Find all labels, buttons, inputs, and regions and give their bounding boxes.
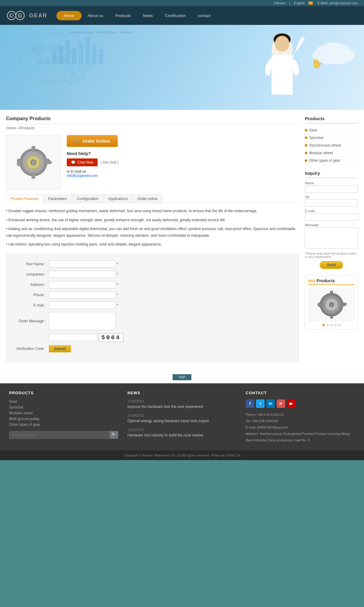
tab-product-features[interactable]: Product Features [6,195,43,203]
send-button[interactable]: Send [320,261,343,269]
submit-button[interactable]: Submit [49,345,71,352]
live-chat-text: ( live chat ) [101,160,119,164]
svg-point-13 [70,70,76,76]
lang-chinese[interactable]: Chinese [273,1,285,5]
footer-link-sprocket[interactable]: Sprocket [9,405,118,409]
nav-news[interactable]: News [137,11,159,20]
form-address-label: Address : [12,283,49,287]
inquiry-message-textarea[interactable] [305,227,358,249]
svg-point-35 [32,161,35,164]
breadcrumb: Home ->Products [6,126,299,130]
lang-english[interactable]: English [294,1,305,5]
sidebar-item-other[interactable]: Other types of gear [305,157,358,164]
news-text-3[interactable]: Hardware tool industry to build the rura… [127,432,237,438]
inquiry-note: *Please write down the product model or … [305,252,358,259]
tab-order-online[interactable]: Order online [133,195,162,203]
bullet-icon [305,152,307,154]
contact-info: Phone: +86-578-2191111 Tel: +86-578-2193… [246,412,355,443]
section-title: Company Products [6,116,299,124]
form-captcha-input[interactable] [49,334,97,341]
nav-contact[interactable]: contact [192,11,217,20]
top-bar: Chinese|English E-MAIL:info@zzpioner.com [0,0,364,6]
search-input[interactable] [9,431,110,439]
hot-dot-4[interactable] [334,324,337,326]
svg-point-21 [320,42,347,56]
sidebar-products-list: Gear Sprocket Synchronous wheel Modular … [305,127,358,164]
svg-rect-24 [32,175,35,179]
contact-tel: Tel: +86-578-2193333 [246,418,355,424]
form-address-input[interactable] [49,281,116,288]
hot-gear-svg [315,290,348,320]
feature-2: • Enhanced working device, the use of hi… [6,217,299,224]
footer-link-gear[interactable]: Gear [9,399,118,404]
news-date-2: 11/30/2013 [127,414,237,417]
form-companies-input[interactable] [49,271,116,278]
form-phone-input[interactable] [49,291,116,299]
nav-certification[interactable]: Certification [159,11,192,20]
feature-1: • Durable rugged chassis, reinforced gui… [6,208,299,215]
email-icon [308,2,313,5]
tab-parameters[interactable]: Parameters [44,195,72,203]
svg-text:D: D [18,14,21,18]
news-item-1: 11/30/2013 Improve the hardware lock the… [127,399,237,409]
svg-rect-38 [330,316,333,319]
nav-home[interactable]: Home [56,11,82,20]
linkedin-icon[interactable]: in [266,399,275,408]
logo-gears: Z D [6,9,27,22]
bullet-icon [305,129,307,131]
friendfeed-icon[interactable]: fr [277,399,285,408]
social-icons: f t in fr ▶ [246,399,355,408]
search-button[interactable]: 🔍 [110,431,118,439]
svg-rect-17 [271,55,293,95]
email-info: or E-mail us info@zzpioner.com [67,169,299,178]
bullet-icon [305,137,307,139]
nav-about[interactable]: About us [82,11,109,20]
news-text-2[interactable]: Optimal energy saving hardware hand tool… [127,418,237,424]
chat-row: 💬 Chat Now ( live chat ) [67,158,299,166]
footer-link-other[interactable]: Other types of gear [9,422,118,427]
hero-banner: GAP INNOVATION DATA CONTROL ENHANCE [0,25,364,110]
footer-link-modular[interactable]: Modular wheel [9,411,118,415]
inquiry-name-input[interactable] [305,185,358,193]
form-name-input[interactable] [49,260,116,268]
news-text-1[interactable]: Improve the hardware lock the user exper… [127,404,237,409]
footer-link-multi-groove[interactable]: Multi groove pulley [9,417,118,421]
sidebar-item-gear[interactable]: Gear [305,127,358,134]
back-to-top-button[interactable]: TOP [173,374,191,380]
youtube-icon[interactable]: ▶ [287,399,295,408]
feature-4: • cab interior, operating box using inje… [6,241,299,248]
contact-email-link[interactable]: info@zzpioner.com [67,174,98,178]
footer: PRODUCTS Gear Sprocket Modular wheel Mul… [0,383,364,450]
inquiry-tel-label: Tel: [305,195,358,199]
hot-dot-5[interactable] [338,324,341,326]
main-nav: Home About us Products News Certificatio… [56,11,358,20]
nav-products[interactable]: Products [109,11,137,20]
sidebar-item-synchronous[interactable]: Synchronous wheel [305,142,358,149]
inquiry-email-input[interactable] [305,213,358,221]
form-address-required: * [117,283,118,287]
main-wrapper: Company Products Home ->Products [0,110,364,371]
form-message-textarea[interactable] [49,312,116,330]
order-online-button[interactable]: 🛒 Order Online [67,135,118,147]
hot-products-section: Hot Products [305,275,358,330]
feature-3: • heating and air conditioning dual adju… [6,226,299,239]
sidebar-item-modular[interactable]: Modular wheel [305,149,358,157]
hot-dot-2[interactable] [326,324,329,326]
chat-now-button[interactable]: 💬 Chat Now [67,158,98,166]
form-email-input[interactable] [49,302,116,309]
inquiry-message-field: Message: [305,223,358,249]
form-row-companies: companies : * [12,271,292,278]
cart-icon: 🛒 [74,138,80,144]
twitter-icon[interactable]: t [256,399,265,408]
hot-dot-3[interactable] [330,324,333,326]
email-address: E-MAIL:info@zzpioner.com [318,1,358,5]
form-name-label: Your Name : [12,262,49,266]
facebook-icon[interactable]: f [246,399,254,408]
product-top: 🛒 Order Online Need hlelp? 💬 Chat Now ( … [6,135,299,190]
sidebar-item-sprocket[interactable]: Sprocket [305,134,358,142]
inquiry-tel-input[interactable] [305,199,358,207]
tab-applications[interactable]: Applications [103,195,132,203]
hot-dot-1[interactable] [322,324,325,326]
news-date-1: 11/30/2013 [127,399,237,403]
tab-configuration[interactable]: Configuration [72,195,103,203]
